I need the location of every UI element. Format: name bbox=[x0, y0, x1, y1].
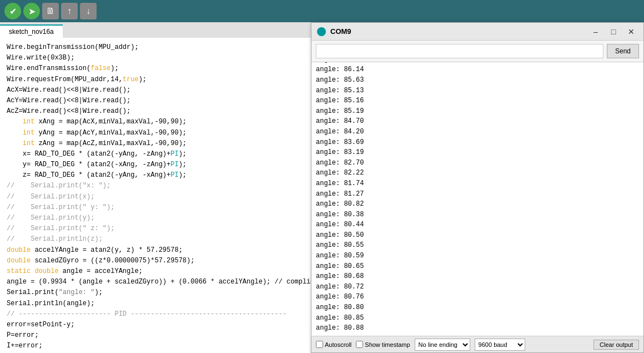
output-line: angle: 84.70 bbox=[316, 116, 639, 127]
output-line: angle: 80.50 bbox=[316, 230, 639, 241]
autoscroll-text: Autoscroll bbox=[325, 341, 351, 348]
output-line: angle: 85.13 bbox=[316, 86, 639, 96]
output-line: angle: 85.19 bbox=[316, 106, 639, 117]
output-line: angle: 80.76 bbox=[316, 292, 639, 302]
autoscroll-label[interactable]: Autoscroll bbox=[316, 341, 351, 348]
output-line: angle: 85.63 bbox=[316, 75, 639, 86]
serial-title: COM9 bbox=[330, 27, 585, 36]
editor-tab[interactable]: sketch_nov16a bbox=[0, 24, 63, 38]
output-line: angle: 80.65 bbox=[316, 261, 639, 272]
timestamp-label[interactable]: Show timestamp bbox=[356, 341, 410, 348]
line-ending-select[interactable]: No line endingNewlineCarriage returnBoth… bbox=[415, 339, 470, 351]
serial-input-bar: Send bbox=[311, 41, 643, 62]
output-line: angle: 80.68 bbox=[316, 271, 639, 282]
output-line: angle: 80.88 bbox=[316, 323, 639, 334]
timestamp-text: Show timestamp bbox=[365, 341, 410, 348]
toolbar: ✔ ➤ 🗎 ↑ ↓ bbox=[0, 0, 644, 22]
output-line: angle: 81.27 bbox=[316, 189, 639, 200]
baud-rate-select[interactable]: 300 baud1200 baud2400 baud4800 baud9600 … bbox=[475, 339, 525, 351]
output-line: angle: 81.74 bbox=[316, 178, 639, 189]
serial-output[interactable]: angle: 87.61angle: 87.60angle: 87.13angl… bbox=[311, 62, 643, 336]
output-line: angle: 80.80 bbox=[316, 302, 639, 313]
send-button[interactable]: Send bbox=[607, 44, 639, 58]
serial-icon bbox=[317, 27, 326, 36]
maximize-button[interactable]: □ bbox=[607, 26, 620, 38]
serial-input[interactable] bbox=[316, 44, 603, 58]
autoscroll-checkbox[interactable] bbox=[316, 341, 323, 348]
output-line: angle: 82.70 bbox=[316, 158, 639, 168]
upload-button[interactable]: ➤ bbox=[23, 3, 40, 19]
output-line: angle: 80.72 bbox=[316, 282, 639, 292]
open-button[interactable]: ↑ bbox=[61, 3, 78, 19]
output-line: angle: 80.55 bbox=[316, 240, 639, 251]
serial-titlebar: COM9 – □ ✕ bbox=[311, 23, 643, 41]
minimize-button[interactable]: – bbox=[589, 26, 602, 38]
serial-monitor-window: COM9 – □ ✕ Send angle: 87.61angle: 87.60… bbox=[311, 22, 644, 353]
verify-button[interactable]: ✔ bbox=[4, 3, 21, 19]
clear-output-button[interactable]: Clear output bbox=[593, 340, 639, 350]
output-line: angle: 82.22 bbox=[316, 168, 639, 178]
output-line: angle: 80.59 bbox=[316, 251, 639, 261]
output-line: angle: 83.19 bbox=[316, 147, 639, 158]
output-line: angle: 86.14 bbox=[316, 64, 639, 75]
output-line: angle: 80.82 bbox=[316, 199, 639, 210]
serial-bottom-bar: Autoscroll Show timestamp No line ending… bbox=[311, 336, 643, 352]
output-line: angle: 80.38 bbox=[316, 210, 639, 220]
new-button[interactable]: 🗎 bbox=[42, 3, 59, 19]
output-line: angle: 80.44 bbox=[316, 220, 639, 230]
output-line: angle: 84.20 bbox=[316, 127, 639, 137]
output-line: angle: 83.69 bbox=[316, 137, 639, 148]
output-line: angle: 85.16 bbox=[316, 96, 639, 106]
output-line: angle: 80.85 bbox=[316, 313, 639, 324]
save-button[interactable]: ↓ bbox=[80, 3, 97, 19]
close-button[interactable]: ✕ bbox=[625, 26, 638, 38]
timestamp-checkbox[interactable] bbox=[356, 341, 363, 348]
